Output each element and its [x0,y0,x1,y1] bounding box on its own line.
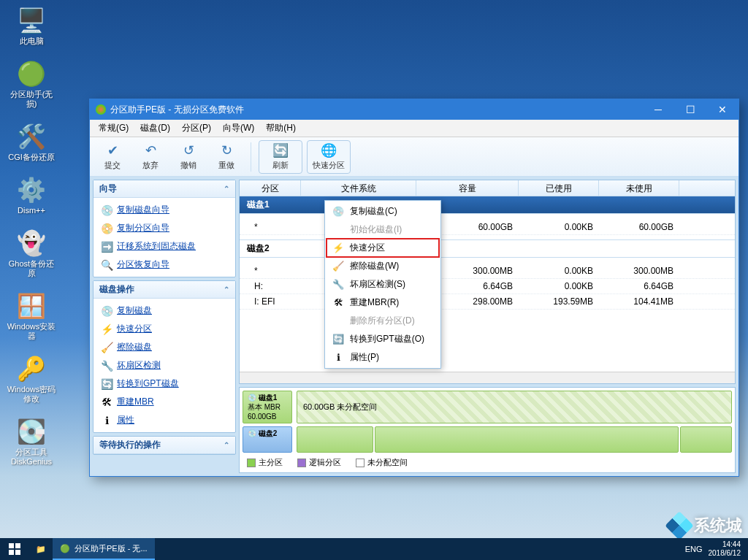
ctx-init-disk: 初始化磁盘(I) [327,220,439,239]
taskbar-explorer-icon[interactable]: 📁 [29,538,53,560]
app-icon [96,104,106,115]
chevron-up-icon[interactable]: ⌃ [224,185,229,193]
sidebar-item-properties[interactable]: ℹ属性 [94,411,235,429]
ctx-quick-partition[interactable]: ⚡快速分区 [327,239,439,257]
toolbar: ✔提交 ↶放弃 ↺撤销 ↻重做 🔄刷新 🌐快速分区 [90,137,739,177]
table-row[interactable]: H: 6.64GB0.00KB6.64GB [240,279,735,294]
disk-strip-2[interactable]: 💿 磁盘2 [243,426,732,453]
menu-general[interactable]: 常规(G) [94,120,133,136]
partition-segment[interactable] [375,426,679,453]
ctx-wipe-disk[interactable]: 🧹擦除磁盘(W) [327,257,439,275]
desktop-icon-ghost[interactable]: 👻Ghost备份还原 [6,229,57,278]
tray-clock[interactable]: 14:44 2018/6/12 [709,540,741,558]
disk-strip-header: 💿 磁盘2 [243,426,292,453]
ctx-convert-gpt[interactable]: 🔄转换到GPT磁盘(O) [327,330,439,348]
refresh-icon: 🔄 [272,142,289,158]
col-free[interactable]: 未使用 [599,180,679,196]
partition-copy-icon: 📀 [101,223,112,234]
disk-group-header[interactable]: 磁盘1 [240,196,735,214]
menubar: 常规(G) 磁盘(D) 分区(P) 向导(W) 帮助(H) [90,120,739,137]
toolbar-redo[interactable]: ↻重做 [210,140,243,174]
disk-strip-1[interactable]: 💿 磁盘1基本 MBR60.00GB 60.00GB 未分配空间 [243,391,732,423]
redo-icon: ↻ [221,142,232,158]
table-row[interactable]: * 60.00GB 0.00KB 60.00GB [240,220,735,235]
svg-rect-1 [15,543,20,548]
disk-map: 💿 磁盘1基本 MBR60.00GB 60.00GB 未分配空间 💿 磁盘2 主… [239,387,736,473]
col-used[interactable]: 已使用 [519,180,599,196]
legend-logical: 逻辑分区 [297,457,341,468]
sidebar-item-bad-sector[interactable]: 🔧坏扇区检测 [94,356,235,375]
disk-strip-bar[interactable] [297,426,732,453]
partition-segment[interactable] [297,426,373,453]
sidebar-item-wipe-disk[interactable]: 🧹擦除磁盘 [94,338,235,356]
panel-header[interactable]: 等待执行的操作⌃ [94,437,235,454]
main-area: 分区 文件系统 容量 已使用 未使用 磁盘1 * 60.00GB 0.00KB … [239,180,736,473]
col-filesystem[interactable]: 文件系统 [301,180,416,196]
titlebar[interactable]: 分区助手PE版 - 无损分区免费软件 ─ ☐ ✕ [90,99,739,120]
svg-rect-0 [9,543,14,548]
sidebar-item-recover-wizard[interactable]: 🔍分区恢复向导 [94,256,235,274]
desktop-icon-this-pc[interactable]: 🖥️此电脑 [6,6,57,46]
desktop-icon-partition-assistant[interactable]: 🟢分区助手(无损) [6,59,57,109]
sidebar-item-convert-gpt[interactable]: 🔄转换到GPT磁盘 [94,375,235,393]
panel-disk-ops: 磁盘操作⌃ 💿复制磁盘 ⚡快速分区 🧹擦除磁盘 🔧坏扇区检测 🔄转换到GPT磁盘… [93,280,236,433]
sidebar-item-quick-partition[interactable]: ⚡快速分区 [94,320,235,338]
sidebar-item-copy-partition-wizard[interactable]: 📀复制分区向导 [94,219,235,237]
migrate-icon: ➡️ [101,241,112,253]
disk-strip-bar[interactable]: 60.00GB 未分配空间 [297,391,732,423]
sidebar-item-rebuild-mbr[interactable]: 🛠重建MBR [94,393,235,411]
ctx-bad-sector[interactable]: 🔧坏扇区检测(S) [327,275,439,294]
svg-rect-3 [15,550,20,555]
taskbar: 📁 🟢分区助手PE版 - 无... ENG 14:44 2018/6/12 [0,538,748,560]
desktop-icon-win-installer[interactable]: 🪟Windows安装器 [6,291,57,341]
sidebar-item-copy-disk[interactable]: 💿复制磁盘 [94,302,235,320]
table-row[interactable]: I: EFI 298.00MB193.59MB104.41MB [240,294,735,310]
horizontal-scrollbar[interactable] [240,372,735,383]
chevron-up-icon[interactable]: ⌃ [224,441,229,449]
toolbar-discard[interactable]: ↶放弃 [134,140,167,174]
close-button[interactable]: ✕ [706,99,739,120]
sidebar-item-copy-disk-wizard[interactable]: 💿复制磁盘向导 [94,201,235,219]
toolbar-quick-partition[interactable]: 🌐快速分区 [307,140,351,174]
tray-ime[interactable]: ENG [685,545,703,553]
list-body[interactable]: 磁盘1 * 60.00GB 0.00KB 60.00GB 磁盘2 * 300. [240,196,735,372]
toolbar-refresh[interactable]: 🔄刷新 [259,140,302,174]
pc-icon: 🖥️ [17,6,46,35]
list-header: 分区 文件系统 容量 已使用 未使用 [240,180,735,196]
desktop-icon-dism[interactable]: ⚙️Dism++ [6,175,57,215]
panel-header[interactable]: 向导⌃ [94,180,235,198]
ctx-rebuild-mbr[interactable]: 🛠重建MBR(R) [327,294,439,312]
app-icon: 🟢 [17,59,46,88]
taskbar-app[interactable]: 🟢分区助手PE版 - 无... [53,538,155,560]
sidebar-item-migrate-ssd[interactable]: ➡️迁移系统到固态磁盘 [94,237,235,256]
panel-header[interactable]: 磁盘操作⌃ [94,281,235,299]
menu-wizard[interactable]: 向导(W) [218,120,259,136]
menu-help[interactable]: 帮助(H) [262,120,300,136]
toolbar-commit[interactable]: ✔提交 [96,140,129,174]
desktop-icon-win-password[interactable]: 🔑Windows密码修改 [6,354,57,404]
table-row[interactable]: * 300.00MB0.00KB300.00MB [240,264,735,279]
watermark: 系统城 [669,515,742,537]
maximize-button[interactable]: ☐ [674,99,706,120]
partition-segment[interactable] [680,426,732,453]
legend: 主分区 逻辑分区 未分配空间 [243,456,732,469]
ctx-copy-disk[interactable]: 💿复制磁盘(C) [327,202,439,220]
col-capacity[interactable]: 容量 [416,180,519,196]
toolbar-undo[interactable]: ↺撤销 [172,140,205,174]
start-button[interactable] [0,538,29,560]
disk-group-header[interactable]: 磁盘2 [240,239,735,258]
menu-disk[interactable]: 磁盘(D) [136,120,175,136]
windows-icon: 🪟 [17,291,46,321]
disk-icon: 💽 [17,417,46,446]
minimize-button[interactable]: ─ [642,99,674,120]
desktop-icon-diskgenius[interactable]: 💽分区工具DiskGenius [6,417,57,467]
desktop-icon-cgi-backup[interactable]: 🛠️CGI备份还原 [6,122,57,162]
col-partition[interactable]: 分区 [240,180,301,196]
menu-partition[interactable]: 分区(P) [178,120,215,136]
panel-wizard: 向导⌃ 💿复制磁盘向导 📀复制分区向导 ➡️迁移系统到固态磁盘 🔍分区恢复向导 [93,180,236,277]
discard-icon: ↶ [145,142,156,158]
chevron-up-icon[interactable]: ⌃ [224,285,229,294]
disk-strip-header: 💿 磁盘1基本 MBR60.00GB [243,391,292,423]
disk-copy-icon: 💿 [101,204,112,216]
ctx-properties[interactable]: ℹ属性(P) [327,348,439,367]
